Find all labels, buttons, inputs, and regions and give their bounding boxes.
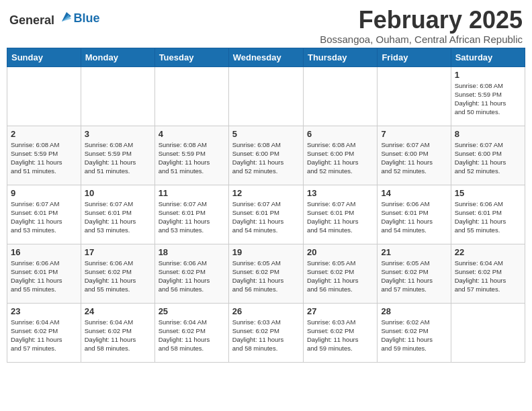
weekday-header-wednesday: Wednesday — [228, 48, 303, 66]
day-info: Sunrise: 6:08 AM Sunset: 6:00 PM Dayligh… — [232, 140, 300, 176]
logo: General Blue — [9, 9, 100, 28]
calendar-cell: 14Sunrise: 6:06 AM Sunset: 6:01 PM Dayli… — [378, 185, 451, 244]
calendar-cell: 9Sunrise: 6:07 AM Sunset: 6:01 PM Daylig… — [7, 185, 81, 244]
calendar-cell — [7, 66, 81, 126]
week-row-4: 16Sunrise: 6:06 AM Sunset: 6:01 PM Dayli… — [7, 244, 525, 303]
day-number: 20 — [307, 247, 373, 257]
calendar-cell — [81, 66, 154, 126]
calendar-cell — [451, 303, 525, 362]
calendar-cell: 27Sunrise: 6:03 AM Sunset: 6:02 PM Dayli… — [303, 303, 377, 362]
day-info: Sunrise: 6:04 AM Sunset: 6:02 PM Dayligh… — [455, 259, 521, 294]
calendar-cell: 8Sunrise: 6:07 AM Sunset: 6:00 PM Daylig… — [451, 126, 525, 185]
day-number: 17 — [85, 247, 151, 257]
calendar-cell: 25Sunrise: 6:04 AM Sunset: 6:02 PM Dayli… — [154, 303, 228, 362]
calendar-cell: 2Sunrise: 6:08 AM Sunset: 5:59 PM Daylig… — [7, 126, 81, 185]
day-number: 15 — [455, 188, 521, 198]
calendar-cell: 16Sunrise: 6:06 AM Sunset: 6:01 PM Dayli… — [7, 244, 81, 303]
calendar-cell: 5Sunrise: 6:08 AM Sunset: 6:00 PM Daylig… — [228, 126, 303, 185]
calendar-table: SundayMondayTuesdayWednesdayThursdayFrid… — [7, 48, 525, 363]
day-number: 18 — [159, 247, 225, 257]
day-number: 26 — [232, 306, 300, 316]
title-section: February 2025 Bossangoa, Ouham, Central … — [320, 7, 523, 45]
calendar-cell: 11Sunrise: 6:07 AM Sunset: 6:01 PM Dayli… — [154, 185, 228, 244]
day-number: 10 — [85, 188, 151, 198]
day-number: 25 — [159, 306, 225, 316]
day-number: 5 — [232, 129, 300, 139]
calendar-cell: 13Sunrise: 6:07 AM Sunset: 6:01 PM Dayli… — [303, 185, 377, 244]
day-info: Sunrise: 6:05 AM Sunset: 6:02 PM Dayligh… — [381, 259, 447, 294]
calendar-cell: 15Sunrise: 6:06 AM Sunset: 6:01 PM Dayli… — [451, 185, 525, 244]
day-info: Sunrise: 6:05 AM Sunset: 6:02 PM Dayligh… — [307, 259, 373, 294]
location-title: Bossangoa, Ouham, Central African Republ… — [320, 34, 523, 45]
day-number: 4 — [159, 129, 225, 139]
calendar-cell — [378, 66, 451, 126]
day-info: Sunrise: 6:08 AM Sunset: 5:59 PM Dayligh… — [85, 140, 151, 176]
logo-general: General — [9, 13, 54, 27]
logo-blue: Blue — [74, 11, 100, 25]
day-number: 28 — [381, 306, 447, 316]
day-number: 23 — [11, 306, 77, 316]
day-number: 8 — [455, 129, 521, 139]
day-info: Sunrise: 6:07 AM Sunset: 6:01 PM Dayligh… — [11, 199, 77, 235]
weekday-header-monday: Monday — [81, 48, 154, 66]
calendar-cell: 24Sunrise: 6:04 AM Sunset: 6:02 PM Dayli… — [81, 303, 154, 362]
month-title: February 2025 — [320, 7, 523, 34]
day-info: Sunrise: 6:04 AM Sunset: 6:02 PM Dayligh… — [11, 318, 77, 353]
day-info: Sunrise: 6:02 AM Sunset: 6:02 PM Dayligh… — [381, 318, 447, 353]
calendar-cell: 26Sunrise: 6:03 AM Sunset: 6:02 PM Dayli… — [228, 303, 303, 362]
day-info: Sunrise: 6:06 AM Sunset: 6:02 PM Dayligh… — [85, 259, 151, 294]
day-number: 27 — [307, 306, 373, 316]
logo-icon — [59, 9, 74, 24]
day-number: 24 — [85, 306, 151, 316]
calendar-cell — [154, 66, 228, 126]
day-number: 7 — [381, 129, 447, 139]
day-number: 2 — [11, 129, 77, 139]
day-info: Sunrise: 6:07 AM Sunset: 6:00 PM Dayligh… — [381, 140, 447, 176]
day-number: 13 — [307, 188, 373, 198]
weekday-header-thursday: Thursday — [303, 48, 377, 66]
day-info: Sunrise: 6:08 AM Sunset: 6:00 PM Dayligh… — [307, 140, 373, 176]
day-number: 3 — [85, 129, 151, 139]
day-info: Sunrise: 6:06 AM Sunset: 6:01 PM Dayligh… — [455, 199, 521, 235]
day-info: Sunrise: 6:07 AM Sunset: 6:01 PM Dayligh… — [232, 199, 300, 235]
calendar-cell: 21Sunrise: 6:05 AM Sunset: 6:02 PM Dayli… — [378, 244, 451, 303]
weekday-header-row: SundayMondayTuesdayWednesdayThursdayFrid… — [7, 48, 525, 66]
calendar-cell — [228, 66, 303, 126]
day-info: Sunrise: 6:07 AM Sunset: 6:01 PM Dayligh… — [307, 199, 373, 235]
day-info: Sunrise: 6:04 AM Sunset: 6:02 PM Dayligh… — [159, 318, 225, 353]
weekday-header-saturday: Saturday — [451, 48, 525, 66]
calendar-cell: 17Sunrise: 6:06 AM Sunset: 6:02 PM Dayli… — [81, 244, 154, 303]
day-info: Sunrise: 6:07 AM Sunset: 6:01 PM Dayligh… — [159, 199, 225, 235]
week-row-2: 2Sunrise: 6:08 AM Sunset: 5:59 PM Daylig… — [7, 126, 525, 185]
calendar-cell: 19Sunrise: 6:05 AM Sunset: 6:02 PM Dayli… — [228, 244, 303, 303]
week-row-1: 1Sunrise: 6:08 AM Sunset: 5:59 PM Daylig… — [7, 66, 525, 126]
day-info: Sunrise: 6:07 AM Sunset: 6:01 PM Dayligh… — [85, 199, 151, 235]
calendar-cell: 7Sunrise: 6:07 AM Sunset: 6:00 PM Daylig… — [378, 126, 451, 185]
day-info: Sunrise: 6:04 AM Sunset: 6:02 PM Dayligh… — [85, 318, 151, 353]
day-info: Sunrise: 6:08 AM Sunset: 5:59 PM Dayligh… — [455, 81, 521, 117]
calendar-cell: 3Sunrise: 6:08 AM Sunset: 5:59 PM Daylig… — [81, 126, 154, 185]
day-number: 12 — [232, 188, 300, 198]
day-info: Sunrise: 6:07 AM Sunset: 6:00 PM Dayligh… — [455, 140, 521, 176]
day-number: 21 — [381, 247, 447, 257]
day-info: Sunrise: 6:06 AM Sunset: 6:01 PM Dayligh… — [11, 259, 77, 294]
week-row-3: 9Sunrise: 6:07 AM Sunset: 6:01 PM Daylig… — [7, 185, 525, 244]
day-number: 6 — [307, 129, 373, 139]
day-info: Sunrise: 6:03 AM Sunset: 6:02 PM Dayligh… — [307, 318, 373, 353]
day-info: Sunrise: 6:05 AM Sunset: 6:02 PM Dayligh… — [232, 259, 300, 294]
weekday-header-sunday: Sunday — [7, 48, 81, 66]
calendar-cell: 10Sunrise: 6:07 AM Sunset: 6:01 PM Dayli… — [81, 185, 154, 244]
calendar-cell: 6Sunrise: 6:08 AM Sunset: 6:00 PM Daylig… — [303, 126, 377, 185]
calendar-cell: 1Sunrise: 6:08 AM Sunset: 5:59 PM Daylig… — [451, 66, 525, 126]
day-number: 1 — [455, 70, 521, 80]
day-number: 9 — [11, 188, 77, 198]
weekday-header-tuesday: Tuesday — [154, 48, 228, 66]
day-info: Sunrise: 6:06 AM Sunset: 6:02 PM Dayligh… — [159, 259, 225, 294]
calendar-cell: 22Sunrise: 6:04 AM Sunset: 6:02 PM Dayli… — [451, 244, 525, 303]
day-info: Sunrise: 6:08 AM Sunset: 5:59 PM Dayligh… — [159, 140, 225, 176]
calendar-cell: 12Sunrise: 6:07 AM Sunset: 6:01 PM Dayli… — [228, 185, 303, 244]
day-number: 14 — [381, 188, 447, 198]
day-info: Sunrise: 6:08 AM Sunset: 5:59 PM Dayligh… — [11, 140, 77, 176]
day-number: 16 — [11, 247, 77, 257]
calendar-cell: 20Sunrise: 6:05 AM Sunset: 6:02 PM Dayli… — [303, 244, 377, 303]
